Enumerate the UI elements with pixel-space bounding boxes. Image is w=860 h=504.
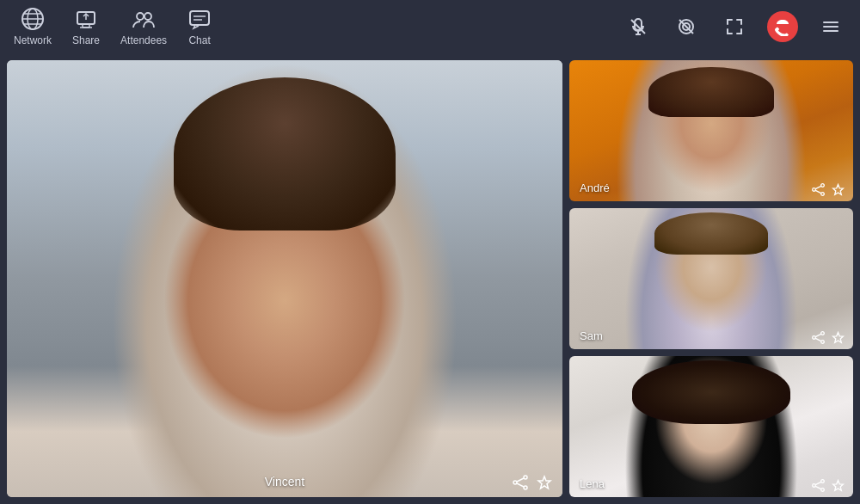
thumb-video-sam: Sam xyxy=(569,208,853,349)
andre-star-button[interactable] xyxy=(832,183,845,196)
thumb-video-andre: André xyxy=(569,60,853,201)
nav-network-label: Network xyxy=(14,34,52,46)
lena-label: Lena xyxy=(580,477,605,490)
nav-share-label: Share xyxy=(72,34,100,46)
lena-share-button[interactable] xyxy=(812,479,825,492)
nav-items: Network Share xyxy=(14,7,212,46)
camera-button[interactable] xyxy=(671,11,702,42)
sam-label: Sam xyxy=(580,329,603,342)
svg-point-37 xyxy=(821,341,825,344)
svg-point-41 xyxy=(813,484,816,488)
svg-point-43 xyxy=(821,489,825,492)
main-video-bg xyxy=(7,60,562,497)
main-person-visual xyxy=(7,60,562,497)
lena-star-button[interactable] xyxy=(832,479,845,492)
chat-icon xyxy=(187,7,212,31)
svg-line-33 xyxy=(815,190,821,193)
svg-point-42 xyxy=(821,480,825,483)
main-video-label: Vincent xyxy=(265,475,304,489)
fullscreen-button[interactable] xyxy=(719,11,750,42)
svg-point-10 xyxy=(144,13,151,20)
sam-visual xyxy=(569,208,853,349)
svg-line-27 xyxy=(517,483,524,487)
nav-item-chat[interactable]: Chat xyxy=(187,7,212,46)
svg-line-38 xyxy=(815,334,821,336)
main-share-button[interactable] xyxy=(513,475,528,490)
main-video: Vincent xyxy=(7,60,562,497)
svg-marker-28 xyxy=(538,476,550,489)
nav-item-attendees[interactable]: Attendees xyxy=(120,7,167,46)
attendees-icon xyxy=(132,7,156,31)
svg-point-36 xyxy=(821,332,825,335)
controls xyxy=(623,11,846,42)
svg-rect-11 xyxy=(190,11,209,25)
svg-line-32 xyxy=(815,186,821,188)
thumb-video-lena: Lena xyxy=(569,356,853,497)
svg-marker-40 xyxy=(833,333,844,343)
nav-chat-label: Chat xyxy=(188,34,210,46)
nav-item-network[interactable]: Network xyxy=(14,7,52,46)
main-video-actions xyxy=(513,475,552,490)
sidebar-videos: André xyxy=(569,60,853,497)
svg-line-39 xyxy=(815,338,821,341)
svg-point-30 xyxy=(821,184,825,187)
svg-point-25 xyxy=(524,486,527,489)
main-star-button[interactable] xyxy=(537,475,552,490)
svg-line-45 xyxy=(815,486,821,489)
sam-star-button[interactable] xyxy=(832,331,845,344)
svg-point-31 xyxy=(821,193,825,196)
sam-actions xyxy=(812,331,845,344)
more-button[interactable] xyxy=(815,11,846,42)
svg-marker-34 xyxy=(833,185,844,195)
end-call-button[interactable] xyxy=(767,11,798,42)
svg-point-24 xyxy=(524,476,527,479)
andre-visual xyxy=(569,60,853,201)
svg-point-9 xyxy=(137,13,144,20)
mute-button[interactable] xyxy=(623,11,654,42)
andre-label: André xyxy=(580,181,610,194)
nav-attendees-label: Attendees xyxy=(120,34,167,46)
network-icon xyxy=(21,7,45,31)
share-icon xyxy=(74,7,98,31)
lena-visual xyxy=(569,356,853,497)
svg-line-26 xyxy=(517,478,524,482)
nav-item-share[interactable]: Share xyxy=(72,7,100,46)
svg-marker-46 xyxy=(833,481,844,491)
svg-point-23 xyxy=(513,481,517,484)
andre-share-button[interactable] xyxy=(812,183,825,196)
sam-share-button[interactable] xyxy=(812,331,825,344)
svg-point-29 xyxy=(813,188,816,192)
topbar: Network Share xyxy=(0,0,860,53)
content-area: Vincent André xyxy=(0,53,860,504)
svg-point-35 xyxy=(813,336,816,340)
svg-line-44 xyxy=(815,482,821,484)
lena-actions xyxy=(812,479,845,492)
andre-actions xyxy=(812,183,845,196)
